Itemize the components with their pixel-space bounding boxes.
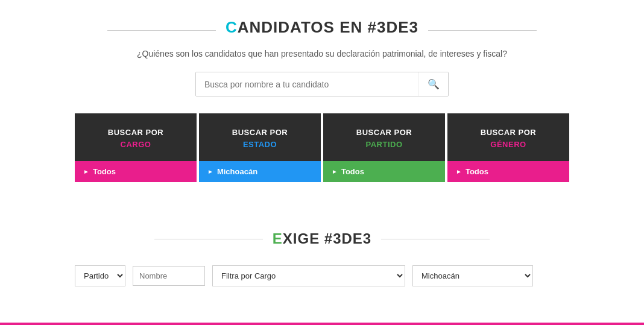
buscar-por-partido-label-top: BUSCAR POR	[333, 127, 435, 139]
filter-card-estado-footer[interactable]: ► Michoacán	[199, 161, 321, 182]
partido-arrow-icon: ►	[332, 168, 338, 175]
exige-accent-e: E	[273, 230, 283, 247]
exige-section: EXIGE #3DE3 Partido Filtra por Cargo Mic…	[0, 206, 644, 311]
filter-card-cargo-footer[interactable]: ► Todos	[75, 161, 197, 182]
filter-card-genero[interactable]: BUSCAR POR GÉNERO ► Todos	[447, 113, 569, 182]
candidatos-title: CANDIDATOS EN #3DE3	[226, 18, 418, 37]
search-bar: 🔍	[195, 72, 449, 96]
candidatos-subtitle: ¿Quiénes son los candidatos que han pres…	[12, 49, 632, 58]
search-button[interactable]: 🔍	[418, 72, 448, 96]
filter-card-genero-footer[interactable]: ► Todos	[447, 161, 569, 182]
buscar-por-genero-label-top: BUSCAR POR	[457, 127, 560, 139]
filter-card-cargo-header: BUSCAR POR CARGO	[75, 113, 197, 161]
footer: Publica tu #3de3 Estadísticas Acerca de …	[0, 323, 644, 325]
genero-footer-text: Todos	[466, 167, 488, 176]
title-rest: ANDIDATOS EN #3DE3	[238, 18, 418, 37]
exige-filters-container: Partido Filtra por Cargo Michoacán	[75, 259, 569, 298]
filter-card-estado-header: BUSCAR POR ESTADO	[199, 113, 321, 161]
exige-title-block: EXIGE #3DE3	[12, 230, 632, 247]
filter-cards-container: BUSCAR POR CARGO ► Todos BUSCAR POR ESTA…	[75, 113, 569, 182]
partido-footer-text: Todos	[341, 167, 364, 176]
cargo-select[interactable]: Filtra por Cargo	[212, 265, 405, 286]
main-section: CANDIDATOS EN #3DE3 ¿Quiénes son los can…	[0, 0, 644, 206]
buscar-por-estado-label-top: BUSCAR POR	[209, 127, 311, 139]
cargo-arrow-icon: ►	[83, 168, 89, 175]
exige-title: EXIGE #3DE3	[273, 230, 371, 247]
buscar-por-cargo-label-top: BUSCAR POR	[84, 127, 187, 139]
estado-footer-text: Michoacán	[217, 167, 257, 176]
filter-card-partido-footer[interactable]: ► Todos	[323, 161, 445, 182]
title-accent-c: C	[226, 18, 238, 37]
filter-card-partido[interactable]: BUSCAR POR PARTIDO ► Todos	[323, 113, 445, 182]
nombre-input[interactable]	[133, 266, 205, 286]
buscar-por-estado-label-bottom: ESTADO	[209, 139, 311, 151]
filter-card-partido-header: BUSCAR POR PARTIDO	[323, 113, 445, 161]
search-input[interactable]	[196, 72, 418, 96]
buscar-por-genero-label-bottom: GÉNERO	[457, 139, 560, 151]
filter-card-cargo[interactable]: BUSCAR POR CARGO ► Todos	[75, 113, 197, 182]
buscar-por-partido-label-bottom: PARTIDO	[333, 139, 435, 151]
buscar-por-cargo-label-bottom: CARGO	[84, 139, 187, 151]
partido-select[interactable]: Partido	[75, 265, 125, 286]
candidatos-title-block: CANDIDATOS EN #3DE3	[12, 18, 632, 43]
search-container: 🔍	[12, 72, 632, 96]
cargo-footer-text: Todos	[93, 167, 116, 176]
filter-card-estado[interactable]: BUSCAR POR ESTADO ► Michoacán	[199, 113, 321, 182]
genero-arrow-icon: ►	[456, 168, 462, 175]
estado-select[interactable]: Michoacán	[412, 265, 533, 286]
filter-card-genero-header: BUSCAR POR GÉNERO	[447, 113, 569, 161]
exige-title-rest: XIGE #3DE3	[283, 230, 371, 247]
estado-arrow-icon: ►	[207, 168, 213, 175]
